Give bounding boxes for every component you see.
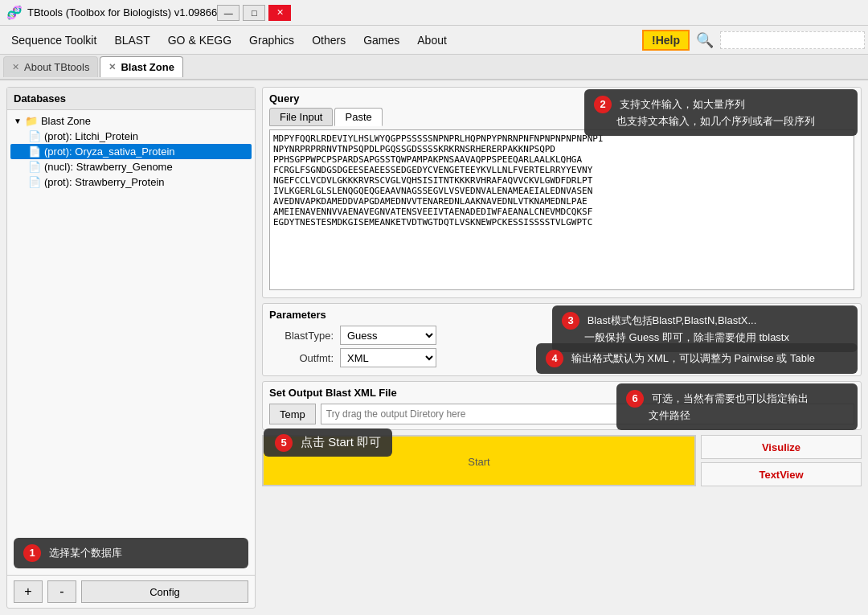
- file-icon-1: 📄: [28, 146, 41, 158]
- callout-5: 5 点击 Start 即可: [264, 428, 392, 457]
- tree-item-label-1: (prot): Oryza_sativa_Protein: [44, 146, 175, 158]
- menu-item-blast[interactable]: BLAST: [106, 31, 158, 50]
- tree-item-0[interactable]: 📄 (prot): Litchi_Protein: [10, 129, 252, 144]
- maximize-button[interactable]: □: [243, 5, 265, 21]
- start-section: 5 点击 Start 即可 Start Visulize TextView 7 …: [262, 435, 862, 486]
- remove-db-button[interactable]: -: [47, 580, 76, 603]
- menu-item-about[interactable]: About: [409, 31, 455, 50]
- tab-label-about: About TBtools: [24, 61, 89, 73]
- window-title: TBtools (Toolbox for Biologists) v1.0986…: [27, 6, 217, 18]
- blast-type-select[interactable]: Guess BlastP BlastN BlastX tblastx: [340, 326, 436, 345]
- menu-item-go-kegg[interactable]: GO & KEGG: [160, 31, 240, 50]
- output-section: Set Output Blast XML File Temp 6 可选，当然有需…: [262, 381, 862, 430]
- visulize-button[interactable]: Visulize: [701, 435, 862, 459]
- tab-about-tbtools[interactable]: ✕ About TBtools: [3, 56, 98, 77]
- query-tab-paste[interactable]: Paste: [334, 108, 382, 126]
- titlebar: 🧬 TBtools (Toolbox for Biologists) v1.09…: [0, 0, 868, 26]
- blast-type-row: BlastType: Guess BlastP BlastN BlastX tb…: [269, 326, 854, 345]
- minimize-button[interactable]: —: [217, 5, 240, 21]
- callout-1: 1 选择某个数据库: [14, 538, 248, 568]
- textview-button[interactable]: TextView: [701, 462, 862, 486]
- file-icon-0: 📄: [28, 130, 41, 142]
- right-panel: Query File Input Paste 2 支持文件输入，如大量序列 也支…: [262, 87, 862, 609]
- callout-1-text: 选择某个数据库: [49, 547, 122, 559]
- menu-item-games[interactable]: Games: [355, 31, 407, 50]
- results-buttons: Visulize TextView 7 比对结果完成后，如果是 XML 输出，那…: [701, 435, 862, 486]
- tree-root-label: Blast Zone: [41, 115, 91, 127]
- temp-button[interactable]: Temp: [269, 404, 316, 424]
- main-content: Databases ▼ 📁 Blast Zone 📄 (prot): Litch…: [0, 80, 868, 615]
- outfmt-select[interactable]: XML Pairwise Table: [340, 348, 436, 367]
- start-button[interactable]: 5 点击 Start 即可 Start: [262, 435, 696, 486]
- search-input[interactable]: [720, 31, 865, 49]
- output-path-input[interactable]: [321, 404, 854, 424]
- parameters-label: Parameters: [269, 309, 854, 321]
- tree-item-2[interactable]: 📄 (nucl): Strawberry_Genome: [10, 159, 252, 174]
- tree-item-label-2: (nucl): Strawberry_Genome: [44, 161, 173, 173]
- add-db-button[interactable]: +: [14, 580, 43, 603]
- tree-item-label-3: (prot): Strawberry_Protein: [44, 176, 165, 188]
- tab-close-blast[interactable]: ✕: [108, 62, 116, 72]
- tab-label-blast: Blast Zone: [121, 61, 174, 73]
- database-tree: ▼ 📁 Blast Zone 📄 (prot): Litchi_Protein …: [7, 110, 255, 538]
- outfmt-row: Outfmt: XML Pairwise Table: [269, 348, 854, 367]
- query-tab-file-input[interactable]: File Input: [269, 108, 333, 126]
- tree-item-3[interactable]: 📄 (prot): Strawberry_Protein: [10, 174, 252, 190]
- config-button[interactable]: Config: [81, 580, 248, 603]
- menu-item-others[interactable]: Others: [304, 31, 354, 50]
- app-icon: 🧬: [6, 5, 23, 20]
- menubar: Sequence Toolkit BLAST GO & KEGG Graphic…: [0, 26, 868, 55]
- close-button[interactable]: ✕: [268, 5, 291, 21]
- output-row: Temp: [269, 404, 854, 424]
- tab-close-about[interactable]: ✕: [12, 62, 19, 72]
- window-controls: — □ ✕: [217, 5, 291, 21]
- search-icon[interactable]: 🔍: [691, 31, 719, 49]
- menu-item-seq-toolkit[interactable]: Sequence Toolkit: [3, 31, 104, 50]
- sequence-textarea[interactable]: [269, 129, 854, 290]
- db-bottom-buttons: + - Config: [7, 575, 255, 608]
- tree-expand-icon: ▼: [14, 117, 22, 125]
- folder-icon: 📁: [25, 115, 38, 127]
- query-label: Query: [269, 92, 854, 105]
- databases-header: Databases: [7, 88, 255, 110]
- parameters-section: Parameters BlastType: Guess BlastP Blast…: [262, 303, 862, 376]
- tree-item-1[interactable]: 📄 (prot): Oryza_sativa_Protein: [10, 144, 252, 159]
- blast-type-label: BlastType:: [269, 330, 334, 342]
- outfmt-label: Outfmt:: [269, 352, 334, 364]
- file-icon-2: 📄: [28, 161, 41, 173]
- tab-blast-zone[interactable]: ✕ Blast Zone: [100, 56, 182, 77]
- callout-5-text: 点击 Start 即可: [301, 435, 381, 449]
- file-icon-3: 📄: [28, 176, 41, 188]
- tabbar: ✕ About TBtools ✕ Blast Zone: [0, 55, 868, 80]
- start-btn-sub: Start: [468, 456, 489, 468]
- databases-panel: Databases ▼ 📁 Blast Zone 📄 (prot): Litch…: [6, 87, 256, 609]
- query-tabs: File Input Paste: [269, 108, 854, 126]
- output-label: Set Output Blast XML File: [269, 387, 854, 399]
- query-section: Query File Input Paste 2 支持文件输入，如大量序列 也支…: [262, 87, 862, 298]
- menu-item-graphics[interactable]: Graphics: [241, 31, 302, 50]
- callout-badge-5: 5: [275, 434, 293, 452]
- tree-item-label-0: (prot): Litchi_Protein: [44, 130, 138, 142]
- help-button[interactable]: !Help: [642, 30, 690, 51]
- tree-root: ▼ 📁 Blast Zone: [10, 113, 252, 129]
- callout-badge-1: 1: [23, 544, 41, 562]
